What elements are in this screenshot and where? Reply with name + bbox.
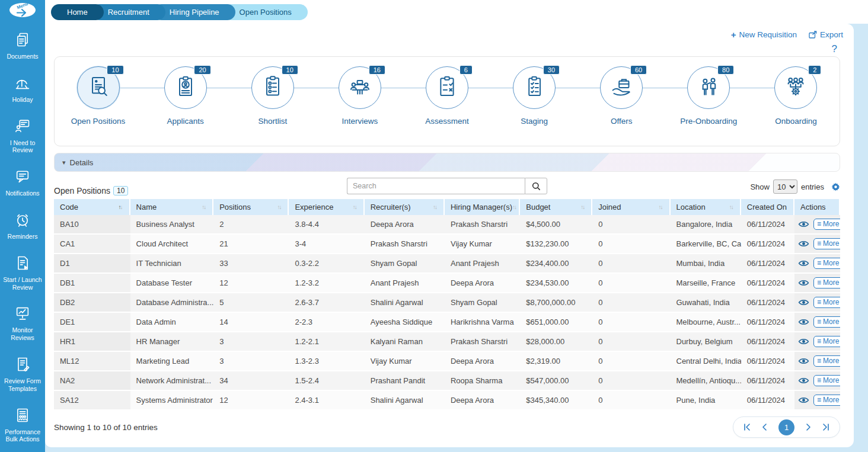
view-button[interactable] — [798, 318, 809, 326]
column-header-location[interactable]: Location↑↓ — [671, 199, 741, 215]
stage-label[interactable]: Applicants — [167, 117, 204, 127]
cell-code: HR1 — [54, 332, 130, 352]
more-button[interactable]: ≡More — [813, 277, 840, 288]
more-button[interactable]: ≡More — [813, 336, 840, 347]
eye-icon — [798, 259, 809, 267]
sidebar-item-monitor-reviews[interactable]: Monitor Reviews — [0, 305, 45, 342]
stage-circle-assessment[interactable]: 6 — [426, 66, 468, 109]
more-button[interactable]: ≡More — [813, 258, 840, 269]
column-header-experience[interactable]: Experience↑↓ — [289, 199, 364, 215]
search-button[interactable] — [525, 178, 547, 194]
more-button[interactable]: ≡More — [813, 375, 840, 386]
column-header-name[interactable]: Name↑↓ — [130, 199, 214, 215]
sidebar-item-start-launch-review[interactable]: Start / Launch Review — [0, 255, 45, 291]
stage-circle-open-positions[interactable]: 10 — [77, 66, 120, 109]
cell-location: Marseille, France — [671, 274, 741, 293]
stage-count-badge: 16 — [369, 65, 385, 75]
stage-circle-pre-onboarding[interactable]: 80 — [687, 66, 730, 109]
column-header-hiring-manager-s[interactable]: Hiring Manager(s)↑↓ — [445, 199, 520, 215]
pipeline-stage-staging: 30Staging — [491, 66, 578, 146]
column-settings-button[interactable] — [831, 182, 840, 191]
sidebar-item-notifications[interactable]: Notifications — [0, 168, 45, 197]
column-header-joined[interactable]: Joined↑↓ — [592, 199, 670, 215]
column-label: Joined — [598, 203, 621, 211]
cell-recruiter-s: Shalini Agarwal — [365, 391, 445, 411]
sidebar-item-reminders[interactable]: Reminders — [0, 211, 45, 241]
view-button[interactable] — [798, 299, 809, 306]
tab-home[interactable]: Home — [51, 4, 104, 20]
current-page-button[interactable]: 1 — [778, 419, 794, 435]
cell-code: DB1 — [54, 274, 130, 293]
more-button[interactable]: ≡More — [813, 297, 840, 308]
column-header-positions[interactable]: Positions↑↓ — [213, 199, 289, 215]
new-requisition-button[interactable]: + New Requisition — [731, 30, 797, 40]
stage-label[interactable]: Interviews — [342, 117, 378, 127]
first-page-button[interactable] — [743, 424, 751, 431]
table-row-d1: D1IT Technician330.3-2.2Shyam GopalAnant… — [54, 254, 840, 274]
sidebar-item-documents[interactable]: Documents — [0, 31, 45, 60]
stage-label[interactable]: Shortlist — [258, 117, 287, 127]
stage-circle-interviews[interactable]: 16 — [339, 66, 381, 109]
next-page-button[interactable] — [806, 424, 811, 431]
menu-lines-icon: ≡ — [817, 239, 821, 248]
column-header-code[interactable]: Code↑↓ — [54, 199, 130, 215]
help-icon[interactable]: ? — [832, 43, 837, 55]
cell-location: Barkerville, BC, Ca... — [671, 235, 741, 254]
sidebar-item-i-need-to-review[interactable]: I Need to Review — [0, 118, 45, 155]
sidebar-item-performance-bulk-actions[interactable]: Performance Bulk Actions — [0, 407, 45, 444]
column-label: Recruiter(s) — [371, 203, 411, 211]
cell-code: NA2 — [54, 371, 130, 391]
page-size-select[interactable]: 10 — [773, 179, 797, 194]
cell-joined: 0 — [592, 293, 670, 313]
stage-circle-onboarding[interactable]: 2 — [774, 66, 817, 109]
cell-location: Bangalore, India — [671, 215, 741, 235]
view-button[interactable] — [798, 357, 809, 365]
last-page-button[interactable] — [822, 424, 830, 431]
previous-page-button[interactable] — [762, 424, 767, 431]
menu-button[interactable]: Menu — [9, 3, 36, 17]
stage-circle-shortlist[interactable]: 10 — [251, 66, 294, 109]
more-button[interactable]: ≡More — [813, 355, 840, 367]
column-header-recruiter-s[interactable]: Recruiter(s)↑↓ — [365, 199, 445, 215]
search-input[interactable] — [347, 178, 525, 194]
pipeline-stage-offers: 60Offers — [578, 66, 665, 146]
stage-circle-applicants[interactable]: 20 — [164, 66, 207, 109]
sort-arrows-icon: ↑↓ — [580, 204, 585, 210]
view-button[interactable] — [798, 396, 809, 404]
stage-label[interactable]: Offers — [611, 117, 633, 127]
view-button[interactable] — [798, 220, 809, 228]
details-toggle[interactable]: ▾ Details — [54, 153, 840, 172]
view-button[interactable] — [798, 279, 809, 287]
more-button[interactable]: ≡More — [813, 238, 840, 249]
export-button[interactable]: Export — [809, 30, 843, 39]
column-header-budget[interactable]: Budget↑↓ — [520, 199, 592, 215]
tab-open-positions[interactable]: Open Positions — [224, 4, 308, 20]
stage-label[interactable]: Onboarding — [775, 117, 817, 127]
more-button[interactable]: ≡More — [813, 316, 840, 328]
stage-label[interactable]: Staging — [521, 117, 548, 127]
stage-label[interactable]: Assessment — [425, 117, 469, 127]
tab-hiring-pipeline[interactable]: Hiring Pipeline — [154, 4, 235, 20]
more-label: More — [823, 337, 839, 345]
view-button[interactable] — [798, 240, 809, 248]
stage-label[interactable]: Pre-Onboarding — [680, 117, 737, 127]
more-button[interactable]: ≡More — [813, 395, 840, 406]
eye-icon — [798, 338, 809, 345]
breadcrumb-tabs: HomeRecruitmentHiring PipelineOpen Posit… — [45, 0, 868, 24]
stage-circle-offers[interactable]: 60 — [600, 66, 643, 109]
last-page-icon — [822, 424, 830, 431]
column-header-created-on[interactable]: Created On — [741, 199, 794, 215]
more-button[interactable]: ≡More — [813, 219, 840, 230]
view-button[interactable] — [798, 377, 809, 384]
column-header-actions[interactable]: Actions — [794, 199, 840, 215]
view-button[interactable] — [798, 338, 809, 345]
column-label: Created On — [747, 203, 787, 211]
stage-label[interactable]: Open Positions — [71, 117, 126, 127]
stage-circle-staging[interactable]: 30 — [513, 66, 556, 109]
sidebar-item-review-form-templates[interactable]: Review Form Templates — [0, 356, 45, 393]
cell-positions: 3 — [213, 352, 289, 371]
view-button[interactable] — [798, 259, 809, 267]
cell-recruiter-s: Vijay Kumar — [365, 352, 445, 371]
table-footer: Showing 1 to 10 of 10 entries 1 — [54, 416, 840, 438]
sidebar-item-holiday[interactable]: Holiday — [0, 75, 45, 104]
